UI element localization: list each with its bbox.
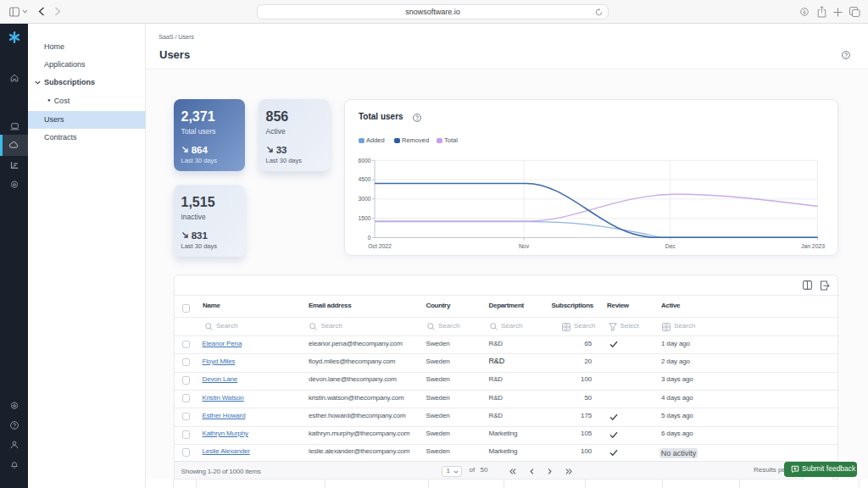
svg-text:Jan 2023: Jan 2023 bbox=[801, 243, 825, 249]
svg-text:Dec: Dec bbox=[665, 243, 676, 249]
svg-text:Nov: Nov bbox=[519, 243, 530, 249]
svg-text:6000: 6000 bbox=[358, 158, 370, 164]
svg-text:Oct 2022: Oct 2022 bbox=[368, 243, 392, 249]
svg-text:1500: 1500 bbox=[358, 215, 370, 221]
svg-text:3000: 3000 bbox=[358, 196, 370, 202]
svg-text:4500: 4500 bbox=[358, 176, 370, 182]
svg-text:0: 0 bbox=[368, 235, 371, 241]
